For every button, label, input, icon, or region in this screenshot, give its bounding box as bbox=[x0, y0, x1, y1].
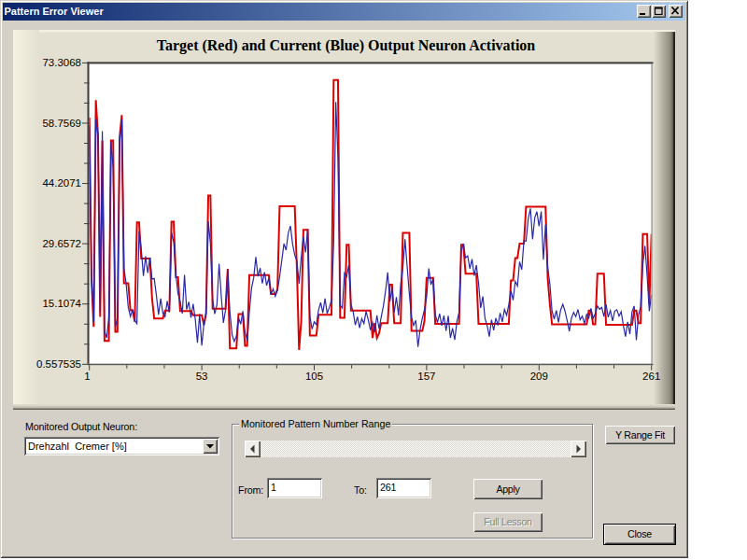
svg-text:15.1074: 15.1074 bbox=[42, 298, 81, 309]
svg-text:73.3068: 73.3068 bbox=[42, 57, 81, 68]
svg-text:29.6572: 29.6572 bbox=[42, 238, 81, 249]
svg-text:261: 261 bbox=[642, 371, 660, 382]
svg-text:157: 157 bbox=[417, 371, 435, 382]
svg-text:53: 53 bbox=[196, 371, 208, 382]
svg-text:0.557535: 0.557535 bbox=[36, 358, 81, 370]
svg-text:44.2071: 44.2071 bbox=[42, 177, 81, 189]
svg-text:105: 105 bbox=[305, 371, 323, 382]
svg-text:1: 1 bbox=[84, 371, 90, 382]
svg-text:58.7569: 58.7569 bbox=[42, 118, 81, 129]
svg-text:209: 209 bbox=[530, 371, 548, 382]
svg-text:Target (Red) and Current (Blue: Target (Red) and Current (Blue) Output N… bbox=[157, 37, 536, 54]
